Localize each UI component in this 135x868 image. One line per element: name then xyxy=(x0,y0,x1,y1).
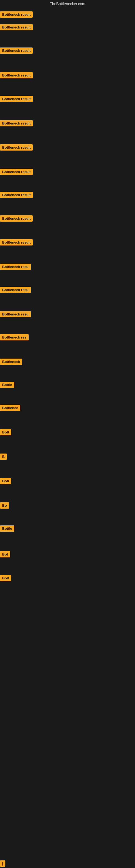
bottleneck-badge-16[interactable]: Bottleneck xyxy=(0,359,22,365)
bottleneck-badge-25[interactable]: Bolt xyxy=(0,575,11,581)
bottleneck-row-7: Bottleneck result xyxy=(0,144,33,152)
bottleneck-row-30: | xyxy=(0,860,5,868)
bottleneck-row-21: Bott xyxy=(0,478,11,485)
bottleneck-badge-20[interactable]: B xyxy=(0,454,7,460)
bottleneck-badge-3[interactable]: Bottleneck result xyxy=(0,48,33,54)
bottleneck-row-24: Bot xyxy=(0,551,10,558)
bottleneck-badge-24[interactable]: Bot xyxy=(0,551,10,557)
bottleneck-badge-19[interactable]: Bott xyxy=(0,429,11,435)
bottleneck-row-18: Bottlenec xyxy=(0,405,20,412)
bottleneck-badge-22[interactable]: Bo xyxy=(0,502,9,508)
bottleneck-row-13: Bottleneck resu xyxy=(0,287,31,294)
bottleneck-badge-1[interactable]: Bottleneck result xyxy=(0,11,33,18)
bottleneck-badge-18[interactable]: Bottlenec xyxy=(0,405,20,411)
bottleneck-row-9: Bottleneck result xyxy=(0,192,33,199)
bottleneck-row-1: Bottleneck result xyxy=(0,11,33,19)
site-header: TheBottlenecker.com xyxy=(0,0,135,9)
site-title: TheBottlenecker.com xyxy=(50,2,85,6)
bottleneck-badge-12[interactable]: Bottleneck resu xyxy=(0,264,31,270)
bottleneck-badge-9[interactable]: Bottleneck result xyxy=(0,192,33,198)
bottleneck-row-10: Bottleneck result xyxy=(0,215,33,223)
bottleneck-badge-10[interactable]: Bottleneck result xyxy=(0,215,33,222)
bottleneck-badge-17[interactable]: Bottle xyxy=(0,382,14,388)
bottleneck-row-5: Bottleneck result xyxy=(0,96,33,103)
bottleneck-badge-21[interactable]: Bott xyxy=(0,478,11,484)
bottleneck-row-11: Bottleneck result xyxy=(0,239,33,247)
bottleneck-badge-5[interactable]: Bottleneck result xyxy=(0,96,33,102)
bottleneck-row-19: Bott xyxy=(0,429,11,436)
bottleneck-row-3: Bottleneck result xyxy=(0,48,33,55)
bottleneck-row-2: Bottleneck result xyxy=(0,24,33,31)
bottleneck-badge-11[interactable]: Bottleneck result xyxy=(0,239,33,246)
bottleneck-row-17: Bottle xyxy=(0,382,14,389)
bottleneck-row-23: Bottle xyxy=(0,525,14,533)
bottleneck-row-25: Bolt xyxy=(0,575,11,582)
bottleneck-badge-15[interactable]: Bottleneck res xyxy=(0,334,29,340)
bottleneck-badge-4[interactable]: Bottleneck result xyxy=(0,72,33,79)
bottleneck-badge-23[interactable]: Bottle xyxy=(0,525,14,532)
bottleneck-badge-6[interactable]: Bottleneck result xyxy=(0,120,33,126)
bottleneck-badge-13[interactable]: Bottleneck resu xyxy=(0,287,31,293)
bottleneck-row-20: B xyxy=(0,454,7,461)
bottleneck-badge-2[interactable]: Bottleneck result xyxy=(0,24,33,30)
bottleneck-badge-8[interactable]: Bottleneck result xyxy=(0,169,33,175)
bottleneck-row-15: Bottleneck res xyxy=(0,334,29,341)
bottleneck-row-12: Bottleneck resu xyxy=(0,264,31,271)
bottleneck-badge-7[interactable]: Bottleneck result xyxy=(0,144,33,151)
bottleneck-row-22: Bo xyxy=(0,502,9,510)
bottleneck-row-4: Bottleneck result xyxy=(0,72,33,80)
bottleneck-row-8: Bottleneck result xyxy=(0,169,33,176)
bottleneck-row-6: Bottleneck result xyxy=(0,120,33,127)
bottleneck-badge-30[interactable]: | xyxy=(0,860,5,867)
bottleneck-row-16: Bottleneck xyxy=(0,359,22,366)
bottleneck-row-14: Bottleneck resu xyxy=(0,311,31,318)
bottleneck-badge-14[interactable]: Bottleneck resu xyxy=(0,311,31,317)
